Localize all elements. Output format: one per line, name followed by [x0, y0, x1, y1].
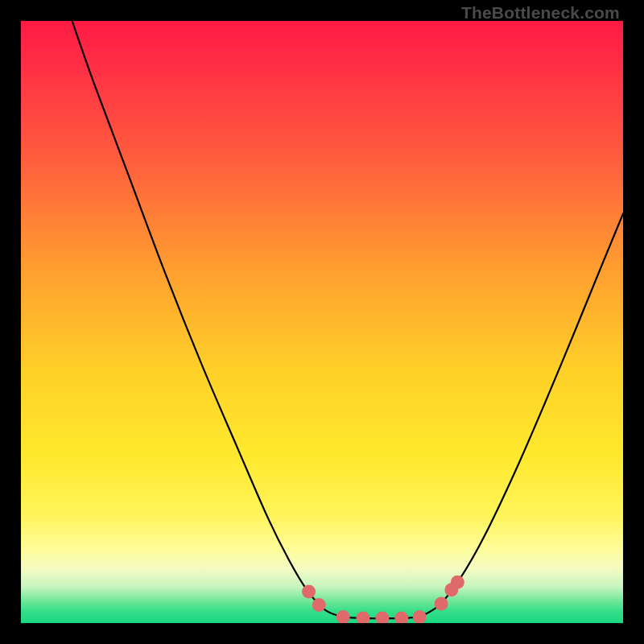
chart-gradient-background — [21, 21, 623, 623]
attribution-label: TheBottleneck.com — [461, 3, 620, 23]
chart-frame — [21, 21, 623, 623]
